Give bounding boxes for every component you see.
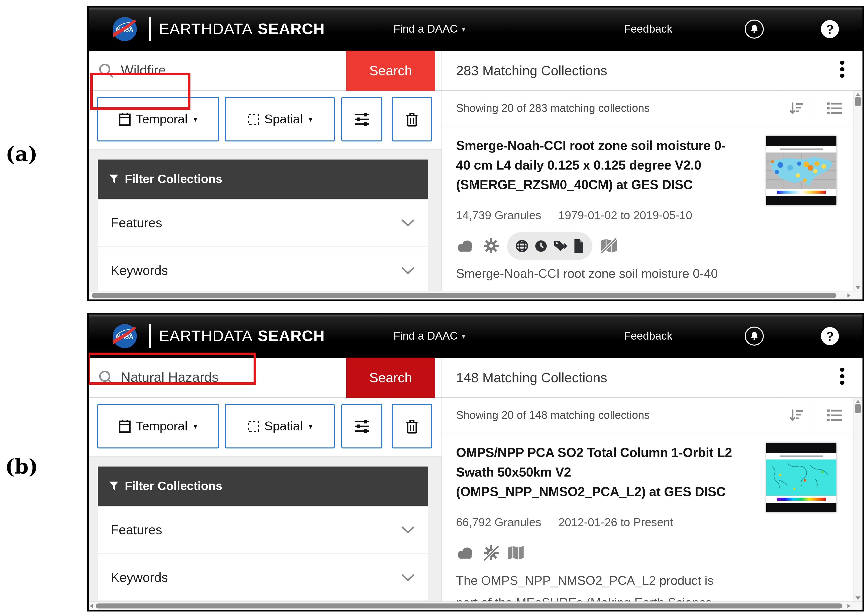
scroll-right-arrow[interactable] <box>848 294 851 297</box>
results-meta-row: Showing 20 of 283 matching collections <box>442 91 862 126</box>
results-column: 283 Matching Collections Showing 20 of 2… <box>442 51 862 300</box>
list-view-button[interactable] <box>815 398 854 433</box>
scroll-up-arrow[interactable] <box>856 93 860 96</box>
horizontal-scrollbar[interactable] <box>89 291 862 300</box>
brand-search: SEARCH <box>257 20 325 38</box>
matching-collections-count: 283 Matching Collections <box>456 51 607 91</box>
help-icon[interactable]: ? <box>821 20 839 38</box>
chevron-down-icon: ▾ <box>194 421 197 431</box>
vertical-scrollbar[interactable] <box>853 91 862 291</box>
filter-collections-panel: Filter Collections Features Keywords <box>89 149 442 300</box>
horizontal-scroll-thumb[interactable] <box>92 293 836 298</box>
sort-descending-icon <box>788 101 804 115</box>
find-a-daac-menu[interactable]: Find a DAAC ▾ <box>394 314 465 358</box>
search-button[interactable]: Search <box>346 51 435 91</box>
gear-icon <box>483 238 499 254</box>
sliders-icon <box>354 419 370 433</box>
spatial-selection-icon <box>247 420 259 432</box>
collection-title[interactable]: OMPS/NPP PCA SO2 Total Column 1-Orbit L2… <box>456 443 764 502</box>
filter-collections-panel: Filter Collections Features Keywords <box>89 457 442 610</box>
vertical-scroll-thumb[interactable] <box>855 97 861 106</box>
figure-two-screenshots: (a) (b) NASA EARTHDATA SEARCH Find a DAA… <box>0 0 868 614</box>
clear-filters-button[interactable] <box>392 97 432 141</box>
screenshot-panel-b: NASA EARTHDATA SEARCH Find a DAAC ▾ Feed… <box>87 313 864 611</box>
search-toolbar: Temporal ▾ Spatial ▾ <box>89 398 442 457</box>
facet-row-keywords[interactable]: Keywords <box>98 247 428 294</box>
collection-badges <box>456 231 617 260</box>
granule-count: 14,739 Granules <box>456 209 541 222</box>
matching-collections-count: 148 Matching Collections <box>456 358 607 398</box>
map-icon <box>507 545 524 560</box>
collection-meta: 14,739 Granules 1979-01-02 to 2019-05-10 <box>456 209 692 222</box>
list-icon <box>826 101 842 115</box>
app-title[interactable]: EARTHDATA SEARCH <box>159 314 325 358</box>
scroll-down-arrow[interactable] <box>856 286 860 289</box>
feedback-link[interactable]: Feedback <box>624 8 672 51</box>
results-meta-row: Showing 20 of 148 matching collections <box>442 398 862 434</box>
vertical-scroll-thumb[interactable] <box>855 404 861 413</box>
collection-meta: 66,792 Granules 2012-01-26 to Present <box>456 516 673 529</box>
advanced-search-button[interactable] <box>341 404 382 448</box>
chevron-down-icon: ▾ <box>194 115 197 124</box>
app-header: NASA EARTHDATA SEARCH Find a DAAC ▾ Feed… <box>89 8 862 51</box>
chevron-down-icon <box>401 526 415 534</box>
feedback-link[interactable]: Feedback <box>624 314 672 358</box>
clear-filters-button[interactable] <box>392 404 432 448</box>
spatial-filter-button[interactable]: Spatial ▾ <box>225 404 335 448</box>
scroll-up-arrow[interactable] <box>856 400 860 403</box>
temporal-filter-button[interactable]: Temporal ▾ <box>97 404 219 448</box>
list-view-button[interactable] <box>815 91 854 126</box>
trash-icon <box>405 112 418 127</box>
scroll-right-arrow[interactable] <box>848 604 851 608</box>
filter-collections-header: Filter Collections <box>98 466 428 506</box>
chevron-down-icon: ▾ <box>462 25 465 33</box>
filters-sidebar: Temporal ▾ Spatial ▾ <box>89 398 442 610</box>
scroll-down-arrow[interactable] <box>856 597 860 600</box>
spatial-selection-icon <box>247 113 259 125</box>
results-header: 148 Matching Collections <box>442 358 862 398</box>
showing-count-text: Showing 20 of 283 matching collections <box>456 91 650 126</box>
header-separator <box>149 324 151 348</box>
app-title[interactable]: EARTHDATA SEARCH <box>159 8 325 51</box>
tag-icon <box>553 239 567 253</box>
chevron-down-icon <box>401 574 415 581</box>
help-icon[interactable]: ? <box>821 327 839 345</box>
gear-slashed-icon <box>483 545 499 561</box>
nasa-logo[interactable]: NASA <box>112 323 137 349</box>
facet-row-features[interactable]: Features <box>98 507 428 553</box>
facet-row-keywords[interactable]: Keywords <box>98 554 428 600</box>
vertical-scrollbar[interactable] <box>853 398 862 602</box>
funnel-icon <box>109 174 119 184</box>
header-separator <box>149 17 151 41</box>
horizontal-scrollbar[interactable] <box>89 602 862 610</box>
sliders-icon <box>354 112 370 126</box>
notifications-bell-icon[interactable] <box>745 326 764 346</box>
chevron-down-icon <box>401 266 415 274</box>
results-column: 148 Matching Collections Showing 20 of 1… <box>442 358 862 610</box>
sort-descending-icon <box>788 408 804 422</box>
notifications-bell-icon[interactable] <box>745 20 764 39</box>
kebab-menu-icon[interactable] <box>837 368 847 385</box>
search-button[interactable]: Search <box>346 358 435 398</box>
chevron-down-icon <box>401 219 415 227</box>
results-header: 283 Matching Collections <box>442 51 862 91</box>
annotation-red-box <box>90 73 191 110</box>
trash-icon <box>405 419 418 434</box>
kebab-menu-icon[interactable] <box>837 61 847 78</box>
horizontal-scroll-thumb[interactable] <box>96 603 842 608</box>
spatial-filter-button[interactable]: Spatial ▾ <box>225 97 335 141</box>
nasa-logo[interactable]: NASA <box>112 17 137 42</box>
sort-button[interactable] <box>777 91 815 126</box>
collection-title[interactable]: Smerge-Noah-CCI root zone soil moisture … <box>456 136 764 194</box>
chevron-down-icon: ▾ <box>462 332 465 340</box>
chevron-down-icon: ▾ <box>309 115 313 124</box>
advanced-search-button[interactable] <box>341 97 382 141</box>
chevron-down-icon: ▾ <box>309 421 313 431</box>
scroll-left-arrow[interactable] <box>90 604 93 608</box>
date-range: 2012-01-26 to Present <box>558 516 673 529</box>
sort-button[interactable] <box>777 398 815 433</box>
find-a-daac-menu[interactable]: Find a DAAC ▾ <box>394 8 465 51</box>
facet-row-features[interactable]: Features <box>98 200 428 246</box>
brand-search: SEARCH <box>257 327 325 345</box>
collection-badges <box>456 538 524 567</box>
